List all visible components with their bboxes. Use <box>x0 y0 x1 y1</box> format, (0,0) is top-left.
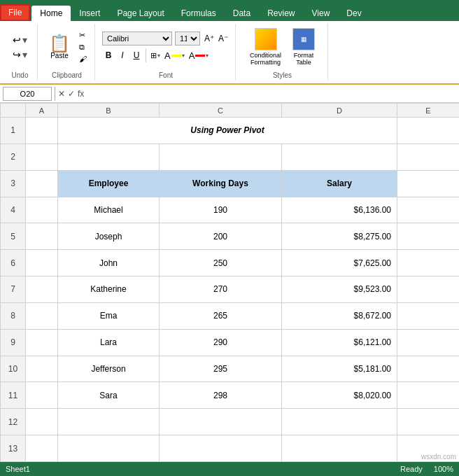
sheet-tab[interactable]: Sheet1 <box>6 465 30 473</box>
format-painter-button[interactable]: 🖌 <box>77 54 89 64</box>
cell-e6[interactable] <box>397 250 460 276</box>
cell-e4[interactable] <box>397 197 460 223</box>
cell-a10[interactable] <box>26 356 58 382</box>
table-cell-r2-c0[interactable]: John <box>58 250 160 276</box>
cell-e10[interactable] <box>397 356 460 382</box>
copy-button[interactable]: ⧉ <box>77 42 89 52</box>
tab-review[interactable]: Review <box>259 6 303 21</box>
cell-e7[interactable] <box>397 276 460 303</box>
cut-button[interactable]: ✂ <box>77 30 89 41</box>
col-header-a[interactable]: A <box>26 104 58 118</box>
cell-a7[interactable] <box>26 276 58 303</box>
formula-function-icon[interactable]: fx <box>78 89 84 99</box>
cell-e9[interactable] <box>397 329 460 356</box>
underline-button[interactable]: U <box>130 48 143 62</box>
table-cell-r6-c0[interactable]: Jefferson <box>58 356 160 382</box>
tab-insert[interactable]: Insert <box>71 6 108 21</box>
cell-e1[interactable] <box>397 118 460 144</box>
table-cell-r0-c0[interactable]: Michael <box>58 197 160 223</box>
cell-a13[interactable] <box>26 435 58 462</box>
cell-a1[interactable] <box>26 118 58 144</box>
cell-empty-r12-c0[interactable] <box>58 409 160 435</box>
table-cell-r3-c1[interactable]: 270 <box>160 276 282 303</box>
table-cell-r4-c0[interactable]: Ema <box>58 302 160 329</box>
table-cell-r5-c1[interactable]: 290 <box>160 329 282 356</box>
table-cell-r2-c1[interactable]: 250 <box>160 250 282 276</box>
cell-e5[interactable] <box>397 223 460 250</box>
tab-home[interactable]: Home <box>31 6 71 21</box>
table-cell-r3-c2[interactable]: $9,523.00 <box>282 276 397 303</box>
italic-button[interactable]: I <box>116 48 129 62</box>
decrease-font-size-button[interactable]: A⁻ <box>217 32 230 45</box>
table-cell-r5-c2[interactable]: $6,121.00 <box>282 329 397 356</box>
format-as-table-button[interactable]: ▦ FormatTable <box>288 25 319 69</box>
cell-e11[interactable] <box>397 382 460 409</box>
table-cell-r7-c1[interactable]: 298 <box>160 382 282 409</box>
col-header-e[interactable]: E <box>397 104 460 118</box>
font-size-select[interactable]: 11 <box>175 31 200 46</box>
formula-cancel-icon[interactable]: ✕ <box>58 89 65 99</box>
cell-empty-r2-c0[interactable] <box>58 144 160 170</box>
tab-page-layout[interactable]: Page Layout <box>108 6 172 21</box>
table-cell-r1-c0[interactable]: Joseph <box>58 223 160 250</box>
border-button[interactable]: ⊞ ▾ <box>149 50 162 62</box>
cell-empty-r13-c2[interactable] <box>282 435 397 462</box>
tab-data[interactable]: Data <box>225 6 259 21</box>
cell-empty-r12-c1[interactable] <box>160 409 282 435</box>
cell-a11[interactable] <box>26 382 58 409</box>
conditional-formatting-button[interactable]: ConditionalFormatting <box>246 25 285 69</box>
tab-dev[interactable]: Dev <box>338 6 369 21</box>
cell-e3[interactable] <box>397 170 460 197</box>
cell-a3[interactable] <box>26 170 58 197</box>
table-header-1[interactable]: Working Days <box>160 170 282 197</box>
bold-button[interactable]: B <box>102 48 115 62</box>
increase-font-size-button[interactable]: A⁺ <box>203 32 216 45</box>
cell-empty-r2-c1[interactable] <box>160 144 282 170</box>
table-cell-r6-c2[interactable]: $5,181.00 <box>282 356 397 382</box>
cell-title[interactable]: Using Power Pivot <box>58 118 397 144</box>
table-cell-r6-c1[interactable]: 295 <box>160 356 282 382</box>
cell-reference-input[interactable] <box>3 87 52 101</box>
formula-confirm-icon[interactable]: ✓ <box>68 89 75 99</box>
cell-empty-r12-c3[interactable] <box>397 409 460 435</box>
table-header-2[interactable]: Salary <box>282 170 397 197</box>
cell-empty-r2-c2[interactable] <box>282 144 397 170</box>
table-cell-r1-c2[interactable]: $8,275.00 <box>282 223 397 250</box>
table-cell-r1-c1[interactable]: 200 <box>160 223 282 250</box>
highlight-color-button[interactable]: A ▾ <box>163 49 186 62</box>
tab-view[interactable]: View <box>304 6 339 21</box>
table-cell-r0-c2[interactable]: $6,136.00 <box>282 197 397 223</box>
tab-formulas[interactable]: Formulas <box>173 6 225 21</box>
cell-e8[interactable] <box>397 302 460 329</box>
cell-a12[interactable] <box>26 409 58 435</box>
cell-a8[interactable] <box>26 302 58 329</box>
cell-a4[interactable] <box>26 197 58 223</box>
cell-empty-r13-c0[interactable] <box>58 435 160 462</box>
table-cell-r0-c1[interactable]: 190 <box>160 197 282 223</box>
col-header-c[interactable]: C <box>160 104 282 118</box>
table-cell-r3-c0[interactable]: Katherine <box>58 276 160 303</box>
cell-a9[interactable] <box>26 329 58 356</box>
paste-button[interactable]: 📋 Paste <box>45 32 74 62</box>
table-cell-r5-c0[interactable]: Lara <box>58 329 160 356</box>
col-header-b[interactable]: B <box>58 104 160 118</box>
tab-file[interactable]: File <box>0 4 30 21</box>
table-header-0[interactable]: Employee <box>58 170 160 197</box>
cell-a5[interactable] <box>26 223 58 250</box>
formula-input[interactable] <box>87 87 456 101</box>
col-header-d[interactable]: D <box>282 104 397 118</box>
font-color-button[interactable]: A ▾ <box>188 49 211 62</box>
table-cell-r2-c2[interactable]: $7,625.00 <box>282 250 397 276</box>
redo-button[interactable]: ↪ ▾ <box>10 48 30 62</box>
cell-empty-r12-c2[interactable] <box>282 409 397 435</box>
undo-button[interactable]: ↩ ▾ <box>10 33 30 47</box>
cell-empty-r2-c3[interactable] <box>397 144 460 170</box>
table-cell-r7-c2[interactable]: $8,020.00 <box>282 382 397 409</box>
table-cell-r4-c2[interactable]: $8,672.00 <box>282 302 397 329</box>
cell-a6[interactable] <box>26 250 58 276</box>
font-name-select[interactable]: Calibri <box>102 31 172 46</box>
table-cell-r7-c0[interactable]: Sara <box>58 382 160 409</box>
cell-empty-r13-c1[interactable] <box>160 435 282 462</box>
table-cell-r4-c1[interactable]: 265 <box>160 302 282 329</box>
cell-a2[interactable] <box>26 144 58 170</box>
